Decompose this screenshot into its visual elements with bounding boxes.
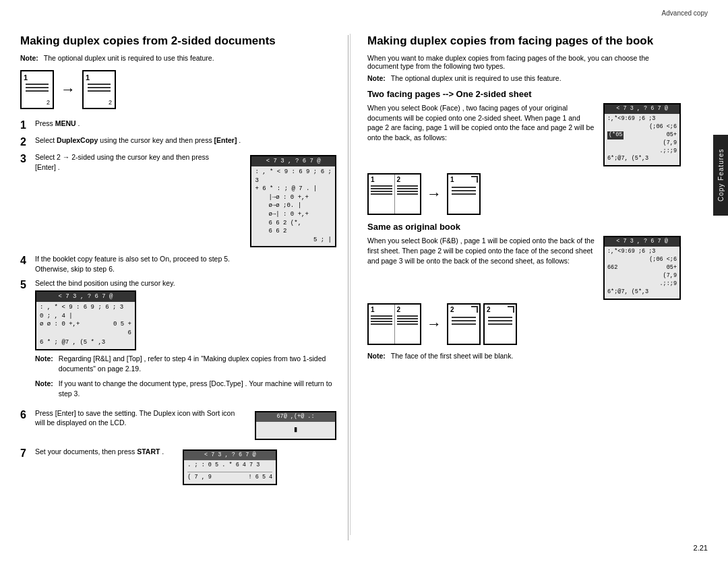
step-7-num: 7 — [20, 447, 30, 460]
arrow-icon-2: → — [427, 185, 442, 203]
step-2-num: 2 — [20, 135, 30, 148]
section1-lcd-title: < 7 3 , ? 6 7 @ — [605, 104, 679, 114]
right-note-text: The optional duplex unit is required to … — [391, 74, 562, 82]
single-page-out-2: 2 — [447, 303, 481, 345]
duplex-diagram: 1 2 → 1 2 — [20, 70, 336, 109]
section1-title: Two facing pages --> One 2-sided sheet — [367, 89, 681, 99]
facing-diagram-2: 1 2 → 2 — [367, 303, 681, 345]
breadcrumb: Advanced copy — [662, 9, 708, 17]
book-page-right-1: 2 — [395, 175, 421, 214]
facing-diagram-1: 1 2 → 1 — [367, 173, 681, 215]
step-5-note-2: Note: If you want to change the document… — [35, 379, 336, 398]
step-5-lcd-title: < 7 3 , ? 6 7 @ — [36, 292, 135, 302]
final-note-text: The face of the first sheet will be blan… — [391, 352, 514, 360]
book-spread-1: 1 2 — [367, 173, 421, 215]
step-3-num: 3 — [20, 152, 30, 165]
section2-block: < 7 3 , ? 6 7 @ :,*<9:69 ;6 ;3 (;06 <;6 … — [367, 236, 681, 299]
step-6-lcd-title: 67@ ,(+@ .: — [256, 412, 335, 422]
right-note-label: Note: — [367, 74, 386, 82]
right-intro: When you want to make duplex copies from… — [367, 54, 681, 70]
step-5-lcd: < 7 3 , ? 6 7 @ : , * < 9 : 6 9 ; 6 ; 3 … — [35, 290, 136, 350]
right-title: Making duplex copies from facing pages o… — [367, 34, 681, 49]
step-3-lcd-title: < 7 3 , ? 6 7 @ — [251, 156, 335, 166]
step-2-content: Select DuplexCopy using the cursor key a… — [35, 135, 336, 146]
side-tab: Copy Features — [713, 135, 728, 216]
main-content: Making duplex copies from 2-sided docume… — [20, 34, 708, 535]
page-num-out-1: 1 — [86, 73, 90, 82]
step-7-lcd-title: < 7 3 , ? 6 7 @ — [184, 451, 276, 460]
page-container: Advanced copy Copy Features 2.21 Making … — [0, 0, 728, 562]
page-num-out-2: 2 — [109, 99, 112, 106]
book-num-2: 2 — [397, 176, 401, 183]
final-note-label: Note: — [367, 352, 386, 360]
section2-lcd-title: < 7 3 , ? 6 7 @ — [605, 237, 679, 247]
section2-title: Same as original book — [367, 222, 681, 232]
book-page-right-2: 2 — [395, 305, 421, 344]
book-num-1: 1 — [371, 176, 375, 183]
output-pages-2: 2 2 — [447, 303, 517, 345]
section2-lcd: < 7 3 , ? 6 7 @ :,*<9:69 ;6 ;3 (;06 <;6 … — [603, 236, 681, 299]
right-column: Making duplex copies from facing pages o… — [351, 34, 681, 535]
step-1-content: Press MENU . — [35, 119, 336, 129]
step-4-num: 4 — [20, 254, 30, 267]
step-6-num: 6 — [20, 408, 30, 421]
right-note: Note: The optional duplex unit is requir… — [367, 74, 681, 82]
out-page-2-num: 2 — [450, 306, 454, 313]
left-note: Note: The optional duplex unit is requir… — [20, 54, 336, 62]
note-text: The optional duplex unit is required to … — [44, 54, 214, 62]
book-spread-2: 1 2 — [367, 303, 421, 345]
step-1: 1 Press MENU . — [20, 119, 336, 131]
step-5-num: 5 — [20, 278, 30, 291]
step-7-lcd: < 7 3 , ? 6 7 @ . ; : 0 5 . * 6 4 7 3 ( … — [183, 449, 277, 485]
final-note: Note: The face of the first sheet will b… — [367, 352, 681, 360]
step-6: 6 Press [Enter] to save the setting. The… — [20, 408, 336, 443]
left-title: Making duplex copies from 2-sided docume… — [20, 34, 336, 49]
doc-page-1: 1 2 — [20, 70, 54, 109]
book-page-left-1: 1 — [369, 175, 395, 214]
step-5-content: Select the bind position using the curso… — [35, 278, 336, 404]
step-6-content: Press [Enter] to save the setting. The D… — [35, 408, 336, 443]
single-page-out-1: 1 — [447, 173, 481, 215]
doc-page-out-1: 1 2 — [82, 70, 116, 109]
step-1-num: 1 — [20, 119, 30, 131]
column-divider — [348, 35, 348, 540]
book-num-3: 1 — [371, 306, 375, 313]
step-7-content: Set your documents, then press START . <… — [35, 447, 336, 488]
section1-lcd: < 7 3 , ? 6 7 @ :,*<9:69 ;6 ;3 (;06 <;6 … — [603, 103, 681, 166]
page-num-2: 2 — [47, 99, 50, 106]
arrow-icon: → — [61, 81, 75, 98]
arrow-icon-3: → — [427, 315, 442, 333]
page-number: 2.21 — [694, 544, 708, 552]
book-page-left-2: 1 — [369, 305, 395, 344]
section1-block: < 7 3 , ? 6 7 @ :,*<9:69 ;6 ;3 (;06 <;6 … — [367, 103, 681, 166]
step-7: 7 Set your documents, then press START .… — [20, 447, 336, 488]
book-num-4: 2 — [397, 306, 401, 313]
note-label: Note: — [20, 54, 38, 62]
left-column: Making duplex copies from 2-sided docume… — [20, 34, 351, 535]
out-page-3-num: 2 — [487, 306, 491, 313]
step-3-content: Select 2 → 2-sided using the cursor key … — [35, 152, 336, 250]
step-4-content: If the booklet copy feature is also set … — [35, 254, 336, 274]
step-4: 4 If the booklet copy feature is also se… — [20, 254, 336, 274]
step-5: 5 Select the bind position using the cur… — [20, 278, 336, 404]
step-3: 3 Select 2 → 2-sided using the cursor ke… — [20, 152, 336, 250]
step-2: 2 Select DuplexCopy using the cursor key… — [20, 135, 336, 148]
step-5-note-1: Note: Regarding [R&L] and [Top] , refer … — [35, 354, 336, 373]
step-6-lcd: 67@ ,(+@ .: ▮ — [255, 411, 336, 441]
out-page-1-num: 1 — [450, 176, 454, 183]
page-num-1: 1 — [24, 73, 28, 82]
step-3-lcd: < 7 3 , ? 6 7 @ : , * < 9 : 6 9 ; 6 ; 3 … — [250, 155, 336, 247]
single-page-out-3: 2 — [483, 303, 517, 345]
